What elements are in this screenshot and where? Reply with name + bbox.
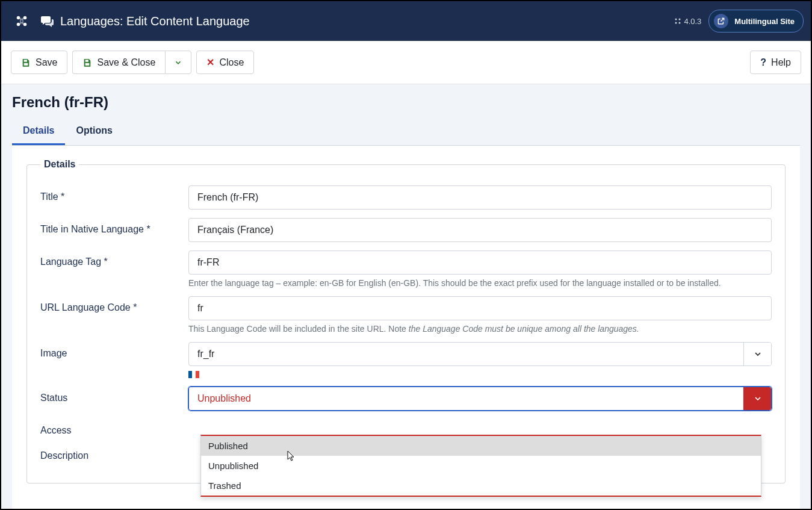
- save-icon: [21, 58, 31, 67]
- header-right: 4.0.3 Multilingual Site: [674, 10, 804, 33]
- header-title-text: Languages: Edit Content Language: [60, 14, 250, 28]
- close-button[interactable]: ✕ Close: [196, 51, 254, 74]
- input-title[interactable]: [188, 185, 772, 210]
- input-lang-tag[interactable]: [188, 250, 772, 275]
- help-icon: ?: [760, 57, 766, 68]
- hint-lang-tag: Enter the language tag – example: en-GB …: [188, 278, 772, 288]
- tabs: Details Options: [12, 118, 800, 146]
- label-native: Title in Native Language *: [40, 218, 188, 235]
- row-access: Access: [40, 419, 772, 436]
- joomla-icon: [15, 14, 28, 28]
- save-close-button[interactable]: Save & Close: [72, 51, 165, 74]
- row-lang-tag: Language Tag * Enter the language tag – …: [40, 250, 772, 288]
- input-url-code[interactable]: [188, 296, 772, 320]
- tab-details[interactable]: Details: [12, 118, 65, 145]
- save-close-dropdown-toggle[interactable]: [165, 51, 191, 74]
- row-status: Status Unpublished: [40, 387, 772, 411]
- select-status[interactable]: Unpublished: [188, 387, 772, 411]
- label-lang-tag: Language Tag *: [40, 250, 188, 267]
- label-status: Status: [40, 387, 188, 403]
- external-link-icon: [714, 14, 728, 28]
- row-native: Title in Native Language *: [40, 218, 772, 242]
- chevron-down-icon: [743, 343, 771, 365]
- row-image: Image fr_fr: [40, 342, 772, 378]
- svg-point-1: [23, 16, 27, 20]
- svg-point-4: [675, 19, 677, 20]
- svg-point-2: [17, 23, 20, 26]
- site-link-button[interactable]: Multilingual Site: [708, 10, 804, 33]
- status-option-published[interactable]: Published: [201, 436, 761, 456]
- page-title: French (fr-FR): [12, 94, 800, 111]
- label-url-code: URL Language Code *: [40, 296, 188, 313]
- hint-url-code: This Language Code will be included in t…: [188, 324, 772, 334]
- flag-preview-fr: [188, 371, 199, 378]
- chevron-down-icon: [174, 58, 182, 67]
- status-option-unpublished[interactable]: Unpublished: [201, 456, 761, 476]
- version-badge: 4.0.3: [674, 17, 701, 26]
- chevron-down-icon: [743, 387, 771, 410]
- row-url-code: URL Language Code * This Language Code w…: [40, 296, 772, 334]
- header-bar: Languages: Edit Content Language 4.0.3 M…: [1, 1, 811, 41]
- select-image[interactable]: fr_fr: [188, 342, 772, 366]
- close-icon: ✕: [206, 57, 214, 68]
- toolbar: Save Save & Close ✕ Close ? Help: [1, 41, 811, 84]
- svg-point-3: [23, 23, 27, 26]
- comments-icon: [40, 14, 54, 28]
- svg-point-7: [679, 22, 681, 24]
- label-description: Description: [40, 444, 188, 461]
- save-icon: [82, 58, 92, 67]
- help-button[interactable]: ? Help: [750, 51, 801, 74]
- svg-point-5: [679, 19, 681, 20]
- input-native[interactable]: [188, 218, 772, 242]
- label-title: Title *: [40, 185, 188, 202]
- label-access: Access: [40, 419, 188, 436]
- joomla-mini-icon: [674, 17, 681, 25]
- status-dropdown-popover: Published Unpublished Trashed: [200, 435, 761, 497]
- joomla-logo[interactable]: [8, 1, 35, 41]
- tab-options[interactable]: Options: [65, 118, 123, 145]
- status-option-trashed[interactable]: Trashed: [201, 476, 761, 496]
- save-close-group: Save & Close: [72, 51, 191, 74]
- svg-point-6: [675, 22, 677, 24]
- svg-point-0: [17, 16, 20, 20]
- page-header-title: Languages: Edit Content Language: [40, 14, 674, 28]
- fieldset-legend: Details: [40, 159, 79, 170]
- label-image: Image: [40, 342, 188, 359]
- save-button[interactable]: Save: [11, 51, 67, 74]
- row-title: Title *: [40, 185, 772, 210]
